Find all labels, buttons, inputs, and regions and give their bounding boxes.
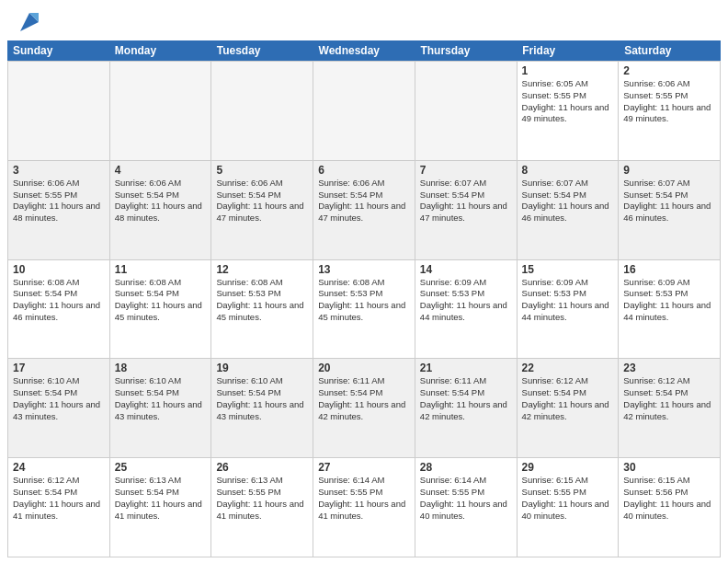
day-info: Sunrise: 6:08 AM Sunset: 5:53 PM Dayligh… bbox=[318, 277, 410, 324]
header bbox=[0, 0, 728, 40]
calendar-cell: 21Sunrise: 6:11 AM Sunset: 5:54 PM Dayli… bbox=[415, 359, 518, 457]
calendar-header: SundayMondayTuesdayWednesdayThursdayFrid… bbox=[7, 40, 721, 61]
calendar-cell: 9Sunrise: 6:07 AM Sunset: 5:54 PM Daylig… bbox=[619, 161, 721, 259]
day-info: Sunrise: 6:15 AM Sunset: 5:55 PM Dayligh… bbox=[522, 475, 614, 522]
calendar-cell: 1Sunrise: 6:05 AM Sunset: 5:55 PM Daylig… bbox=[518, 62, 620, 160]
calendar-cell bbox=[211, 62, 313, 160]
calendar-cell: 15Sunrise: 6:09 AM Sunset: 5:53 PM Dayli… bbox=[518, 260, 620, 359]
day-info: Sunrise: 6:09 AM Sunset: 5:53 PM Dayligh… bbox=[522, 277, 614, 324]
calendar: SundayMondayTuesdayWednesdayThursdayFrid… bbox=[0, 40, 728, 563]
day-number: 24 bbox=[13, 461, 105, 474]
calendar-cell: 17Sunrise: 6:10 AM Sunset: 5:54 PM Dayli… bbox=[8, 359, 110, 457]
calendar-cell: 13Sunrise: 6:08 AM Sunset: 5:53 PM Dayli… bbox=[313, 260, 415, 359]
calendar-cell bbox=[8, 62, 110, 160]
day-number: 14 bbox=[420, 263, 512, 276]
day-number: 8 bbox=[522, 164, 614, 177]
calendar-row: 17Sunrise: 6:10 AM Sunset: 5:54 PM Dayli… bbox=[8, 359, 721, 458]
day-number: 29 bbox=[522, 461, 614, 474]
day-info: Sunrise: 6:06 AM Sunset: 5:54 PM Dayligh… bbox=[216, 178, 308, 224]
day-info: Sunrise: 6:09 AM Sunset: 5:53 PM Dayligh… bbox=[623, 277, 715, 324]
calendar-cell: 3Sunrise: 6:06 AM Sunset: 5:55 PM Daylig… bbox=[8, 161, 110, 259]
calendar-cell: 18Sunrise: 6:10 AM Sunset: 5:54 PM Dayli… bbox=[110, 359, 212, 457]
day-number: 11 bbox=[115, 263, 207, 276]
day-number: 12 bbox=[216, 263, 308, 276]
day-number: 15 bbox=[522, 263, 614, 276]
header-cell-thursday: Thursday bbox=[415, 40, 517, 61]
calendar-body: 1Sunrise: 6:05 AM Sunset: 5:55 PM Daylig… bbox=[7, 61, 721, 557]
day-number: 20 bbox=[318, 362, 410, 374]
day-info: Sunrise: 6:13 AM Sunset: 5:55 PM Dayligh… bbox=[216, 475, 308, 522]
day-info: Sunrise: 6:12 AM Sunset: 5:54 PM Dayligh… bbox=[522, 375, 614, 422]
day-number: 13 bbox=[318, 263, 410, 276]
page: SundayMondayTuesdayWednesdayThursdayFrid… bbox=[0, 0, 728, 563]
header-cell-friday: Friday bbox=[517, 40, 619, 61]
day-number: 7 bbox=[420, 164, 512, 177]
day-info: Sunrise: 6:14 AM Sunset: 5:55 PM Dayligh… bbox=[318, 475, 410, 522]
day-number: 5 bbox=[216, 164, 308, 177]
day-info: Sunrise: 6:13 AM Sunset: 5:54 PM Dayligh… bbox=[115, 475, 207, 522]
day-number: 25 bbox=[115, 461, 207, 474]
calendar-cell: 24Sunrise: 6:12 AM Sunset: 5:54 PM Dayli… bbox=[8, 458, 110, 557]
header-cell-sunday: Sunday bbox=[7, 40, 109, 61]
calendar-cell: 12Sunrise: 6:08 AM Sunset: 5:53 PM Dayli… bbox=[211, 260, 313, 359]
calendar-cell: 16Sunrise: 6:09 AM Sunset: 5:53 PM Dayli… bbox=[619, 260, 721, 359]
calendar-cell: 25Sunrise: 6:13 AM Sunset: 5:54 PM Dayli… bbox=[110, 458, 212, 557]
calendar-cell: 4Sunrise: 6:06 AM Sunset: 5:54 PM Daylig… bbox=[110, 161, 212, 259]
calendar-row: 3Sunrise: 6:06 AM Sunset: 5:55 PM Daylig… bbox=[8, 161, 721, 260]
calendar-cell: 11Sunrise: 6:08 AM Sunset: 5:54 PM Dayli… bbox=[110, 260, 212, 359]
day-info: Sunrise: 6:08 AM Sunset: 5:54 PM Dayligh… bbox=[13, 277, 105, 324]
day-info: Sunrise: 6:06 AM Sunset: 5:54 PM Dayligh… bbox=[115, 178, 207, 224]
day-number: 16 bbox=[623, 263, 715, 276]
calendar-cell: 8Sunrise: 6:07 AM Sunset: 5:54 PM Daylig… bbox=[518, 161, 620, 259]
calendar-cell bbox=[415, 62, 518, 160]
calendar-cell: 29Sunrise: 6:15 AM Sunset: 5:55 PM Dayli… bbox=[518, 458, 620, 557]
day-info: Sunrise: 6:12 AM Sunset: 5:54 PM Dayligh… bbox=[623, 375, 715, 422]
calendar-cell: 19Sunrise: 6:10 AM Sunset: 5:54 PM Dayli… bbox=[211, 359, 313, 457]
logo-icon bbox=[17, 9, 42, 35]
day-info: Sunrise: 6:10 AM Sunset: 5:54 PM Dayligh… bbox=[216, 375, 308, 422]
day-number: 21 bbox=[420, 362, 512, 374]
calendar-cell: 26Sunrise: 6:13 AM Sunset: 5:55 PM Dayli… bbox=[211, 458, 313, 557]
day-info: Sunrise: 6:10 AM Sunset: 5:54 PM Dayligh… bbox=[13, 375, 105, 422]
day-number: 18 bbox=[115, 362, 207, 374]
day-number: 9 bbox=[623, 164, 715, 177]
header-cell-saturday: Saturday bbox=[619, 40, 721, 61]
day-number: 3 bbox=[13, 164, 105, 177]
day-info: Sunrise: 6:06 AM Sunset: 5:55 PM Dayligh… bbox=[623, 78, 715, 125]
calendar-cell: 23Sunrise: 6:12 AM Sunset: 5:54 PM Dayli… bbox=[619, 359, 721, 457]
day-info: Sunrise: 6:08 AM Sunset: 5:53 PM Dayligh… bbox=[216, 277, 308, 324]
calendar-cell: 5Sunrise: 6:06 AM Sunset: 5:54 PM Daylig… bbox=[211, 161, 313, 259]
calendar-cell bbox=[110, 62, 212, 160]
calendar-cell: 6Sunrise: 6:06 AM Sunset: 5:54 PM Daylig… bbox=[313, 161, 415, 259]
day-number: 4 bbox=[115, 164, 207, 177]
calendar-cell: 10Sunrise: 6:08 AM Sunset: 5:54 PM Dayli… bbox=[8, 260, 110, 359]
day-number: 28 bbox=[420, 461, 512, 474]
calendar-cell: 14Sunrise: 6:09 AM Sunset: 5:53 PM Dayli… bbox=[415, 260, 518, 359]
day-info: Sunrise: 6:10 AM Sunset: 5:54 PM Dayligh… bbox=[115, 375, 207, 422]
calendar-cell: 2Sunrise: 6:06 AM Sunset: 5:55 PM Daylig… bbox=[619, 62, 721, 160]
day-number: 23 bbox=[623, 362, 715, 374]
day-number: 19 bbox=[216, 362, 308, 374]
header-cell-wednesday: Wednesday bbox=[313, 40, 415, 61]
day-info: Sunrise: 6:06 AM Sunset: 5:55 PM Dayligh… bbox=[13, 178, 105, 224]
day-info: Sunrise: 6:09 AM Sunset: 5:53 PM Dayligh… bbox=[420, 277, 512, 324]
day-info: Sunrise: 6:07 AM Sunset: 5:54 PM Dayligh… bbox=[522, 178, 614, 224]
logo bbox=[15, 9, 42, 35]
day-info: Sunrise: 6:14 AM Sunset: 5:55 PM Dayligh… bbox=[420, 475, 512, 522]
day-number: 26 bbox=[216, 461, 308, 474]
day-info: Sunrise: 6:15 AM Sunset: 5:56 PM Dayligh… bbox=[623, 475, 715, 522]
day-info: Sunrise: 6:05 AM Sunset: 5:55 PM Dayligh… bbox=[522, 78, 614, 125]
day-info: Sunrise: 6:07 AM Sunset: 5:54 PM Dayligh… bbox=[420, 178, 512, 224]
calendar-row: 10Sunrise: 6:08 AM Sunset: 5:54 PM Dayli… bbox=[8, 260, 721, 360]
calendar-cell: 22Sunrise: 6:12 AM Sunset: 5:54 PM Dayli… bbox=[518, 359, 620, 457]
day-number: 10 bbox=[13, 263, 105, 276]
calendar-cell: 7Sunrise: 6:07 AM Sunset: 5:54 PM Daylig… bbox=[415, 161, 518, 259]
day-info: Sunrise: 6:11 AM Sunset: 5:54 PM Dayligh… bbox=[318, 375, 410, 422]
day-info: Sunrise: 6:07 AM Sunset: 5:54 PM Dayligh… bbox=[623, 178, 715, 224]
day-number: 17 bbox=[13, 362, 105, 374]
day-number: 30 bbox=[623, 461, 715, 474]
day-info: Sunrise: 6:11 AM Sunset: 5:54 PM Dayligh… bbox=[420, 375, 512, 422]
header-cell-tuesday: Tuesday bbox=[211, 40, 313, 61]
calendar-row: 24Sunrise: 6:12 AM Sunset: 5:54 PM Dayli… bbox=[8, 458, 721, 557]
day-info: Sunrise: 6:12 AM Sunset: 5:54 PM Dayligh… bbox=[13, 475, 105, 522]
